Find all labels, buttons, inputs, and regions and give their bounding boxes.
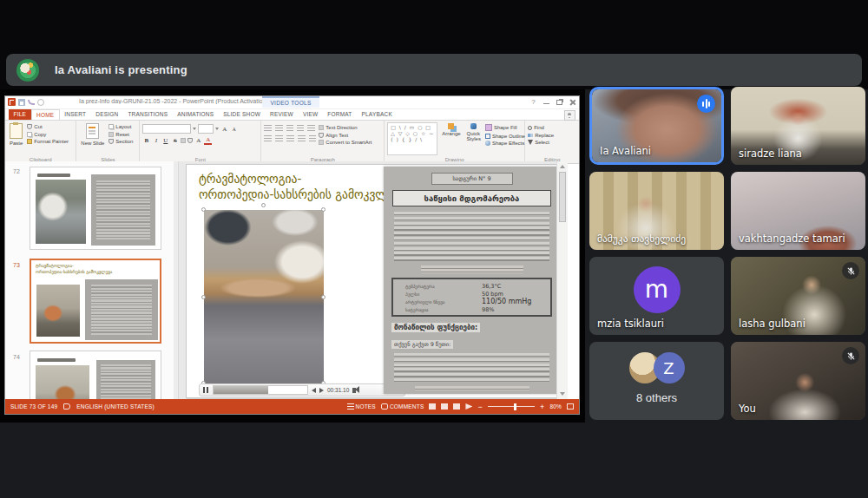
- shape-gallery[interactable]: □ \ / ▭ ○ □△ ▽ ◇ ○ ☆ ~( ) { } / \: [387, 122, 437, 155]
- participant-tile-mzia-tsiklauri[interactable]: m mzia tsiklauri: [589, 257, 724, 335]
- strikethrough-button[interactable]: S: [171, 137, 179, 144]
- resize-handle[interactable]: [321, 207, 326, 212]
- slide-video[interactable]: [204, 210, 324, 383]
- select-button[interactable]: Select: [528, 140, 576, 145]
- slide-thumbnail-72[interactable]: [30, 167, 161, 250]
- section-button[interactable]: Section: [108, 139, 133, 144]
- zoom-in-button[interactable]: +: [540, 403, 544, 411]
- slide-indicator[interactable]: SLIDE 73 OF 149: [10, 403, 57, 410]
- columns-button[interactable]: [309, 135, 316, 142]
- reading-view-button[interactable]: [453, 403, 460, 410]
- numbering-button[interactable]: [275, 125, 283, 132]
- copy-button[interactable]: Copy: [27, 132, 69, 137]
- paste-button[interactable]: Paste: [8, 122, 24, 155]
- tab-home[interactable]: HOME: [31, 109, 60, 120]
- participant-tile-siradze-liana[interactable]: siradze liana: [731, 87, 865, 165]
- sign-in-avatar-icon[interactable]: [564, 110, 575, 121]
- zoom-slider-knob[interactable]: [514, 403, 516, 410]
- increase-indent-button[interactable]: [297, 125, 304, 132]
- zoom-percent[interactable]: 80%: [549, 403, 562, 410]
- italic-button[interactable]: I: [152, 137, 160, 144]
- grow-font-button[interactable]: A: [220, 126, 228, 133]
- restore-button[interactable]: [556, 98, 563, 106]
- line-spacing-button[interactable]: [307, 125, 315, 132]
- shape-effects-button[interactable]: Shape Effects: [485, 141, 525, 146]
- tab-animations[interactable]: ANIMATIONS: [173, 109, 219, 120]
- decrease-indent-button[interactable]: [286, 125, 293, 132]
- fit-slide-button[interactable]: [567, 403, 574, 410]
- scroll-up-icon[interactable]: [560, 165, 565, 168]
- shape-fill-button[interactable]: Shape Fill: [485, 124, 525, 131]
- align-center-button[interactable]: [275, 135, 283, 142]
- format-painter-button[interactable]: Format Painter: [27, 139, 69, 144]
- replace-button[interactable]: Replace: [528, 133, 576, 138]
- tab-format[interactable]: FORMAT: [323, 109, 357, 120]
- new-slide-button[interactable]: New Slide: [79, 122, 106, 155]
- participant-tile-mamuka-tavkhelidze[interactable]: მამუკა თავხელიძე: [589, 172, 724, 250]
- bold-button[interactable]: B: [142, 137, 150, 144]
- seek-bar[interactable]: [213, 385, 308, 395]
- redo-icon[interactable]: [37, 99, 44, 106]
- notes-button[interactable]: NOTES: [347, 403, 376, 410]
- close-button[interactable]: [569, 98, 576, 106]
- scrollbar-thumb[interactable]: [559, 172, 566, 222]
- slide-sorter-view-button[interactable]: [441, 403, 448, 410]
- tab-slide-show[interactable]: SLIDE SHOW: [219, 109, 266, 120]
- vertical-scrollbar[interactable]: [556, 161, 568, 399]
- resize-handle[interactable]: [201, 207, 206, 212]
- font-name-combobox[interactable]: [142, 124, 191, 134]
- participant-tile-lasha-gulbani[interactable]: lasha gulbani: [731, 257, 865, 335]
- rotate-handle[interactable]: [261, 203, 266, 207]
- justify-button[interactable]: [298, 135, 306, 142]
- undo-icon[interactable]: [28, 100, 35, 105]
- normal-view-button[interactable]: [429, 403, 436, 410]
- change-case-button[interactable]: A: [194, 137, 202, 144]
- help-button[interactable]: ?: [529, 98, 537, 106]
- shape-outline-button[interactable]: Shape Outline: [485, 134, 525, 139]
- tab-design[interactable]: DESIGN: [91, 109, 123, 120]
- tab-review[interactable]: REVIEW: [266, 109, 299, 120]
- align-right-button[interactable]: [286, 135, 294, 142]
- proofing-icon[interactable]: [63, 403, 70, 410]
- quick-styles-button[interactable]: Quick Styles: [465, 122, 483, 155]
- zoom-out-button[interactable]: −: [477, 403, 482, 411]
- convert-to-smartart-button[interactable]: Convert to SmartArt: [319, 140, 372, 145]
- shrink-font-button[interactable]: A: [230, 127, 238, 132]
- tab-view[interactable]: VIEW: [298, 109, 322, 120]
- font-size-combobox[interactable]: [198, 124, 214, 134]
- slide-thumbnail-73[interactable]: ტრავმატოლოგია- ორთოპედია-სახსრების გამოკ…: [30, 259, 161, 344]
- forward-icon[interactable]: [319, 388, 324, 393]
- align-left-button[interactable]: [264, 135, 272, 142]
- text-shadow-button[interactable]: [181, 138, 186, 143]
- thumbnail-scrollbar[interactable]: [174, 161, 178, 399]
- underline-button[interactable]: U: [161, 137, 169, 144]
- resize-handle[interactable]: [201, 295, 206, 299]
- resize-handle[interactable]: [321, 295, 326, 299]
- cut-button[interactable]: Cut: [27, 124, 69, 129]
- participant-tile-vakhtangadze-tamari[interactable]: vakhtangadze tamari: [731, 172, 865, 250]
- tab-file[interactable]: FILE: [9, 109, 31, 120]
- others-tile[interactable]: Z 8 others: [589, 342, 724, 420]
- slideshow-view-button[interactable]: [465, 403, 472, 410]
- align-text-button[interactable]: Align Text: [319, 133, 372, 138]
- reset-button[interactable]: Reset: [108, 132, 133, 137]
- arrange-button[interactable]: Arrange: [440, 122, 462, 155]
- layout-button[interactable]: Layout: [108, 124, 133, 129]
- tab-playback[interactable]: PLAYBACK: [357, 109, 397, 120]
- minimize-button[interactable]: [542, 98, 550, 106]
- scroll-down-icon[interactable]: [560, 392, 565, 396]
- character-spacing-button[interactable]: [187, 138, 193, 143]
- tab-insert[interactable]: INSERT: [60, 109, 91, 120]
- zoom-slider[interactable]: [488, 406, 535, 408]
- language-indicator[interactable]: ENGLISH (UNITED STATES): [76, 403, 155, 410]
- save-icon[interactable]: [18, 99, 25, 106]
- text-direction-button[interactable]: Text Direction: [319, 125, 372, 130]
- slide-thumbnail-74[interactable]: [30, 351, 161, 399]
- bullets-button[interactable]: [264, 125, 272, 132]
- volume-icon[interactable]: [352, 388, 356, 393]
- tab-transitions[interactable]: TRANSITIONS: [123, 109, 173, 120]
- pause-icon[interactable]: [203, 387, 209, 393]
- participant-tile-you[interactable]: You: [731, 342, 865, 420]
- comments-button[interactable]: COMMENTS: [381, 403, 424, 410]
- font-color-button[interactable]: A: [204, 136, 212, 145]
